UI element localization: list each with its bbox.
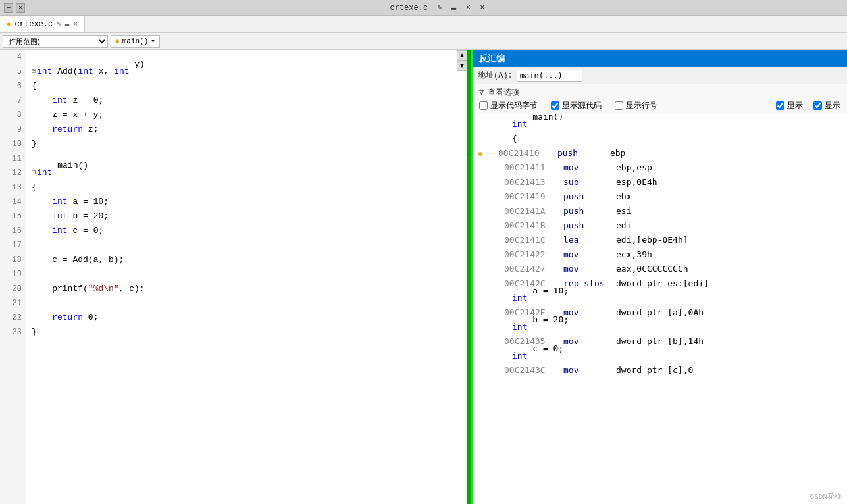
op-ebp: ebp	[610, 146, 625, 161]
show-linenum-checkbox[interactable]	[615, 101, 623, 110]
disasm-asm-00C2143C: 00C2143C mov dword ptr [c],0	[473, 363, 847, 378]
minimize-button[interactable]: —	[4, 3, 13, 13]
line-num-9: 9	[0, 122, 26, 137]
code-line-10: }	[32, 137, 471, 151]
kw-int-main: int	[37, 166, 52, 180]
line-num-7: 7	[0, 93, 26, 108]
mnem-mov2: mov	[563, 247, 616, 262]
addr-00C21422: 00C21422	[504, 247, 563, 262]
function-selector[interactable]: ◆ main() ▾	[111, 35, 160, 48]
option-show-right2: 显示	[813, 100, 840, 111]
file-icon: ●	[7, 20, 11, 28]
show-right1-checkbox[interactable]	[776, 101, 784, 110]
addr-00C21413: 00C21413	[504, 175, 563, 189]
show-bytes-checkbox[interactable]	[479, 101, 488, 110]
disasm-asm-00C2141B: 00C2141B push edi	[473, 218, 847, 233]
line-num-16: 16	[0, 224, 26, 238]
disasm-code[interactable]: int main() { ◆ ── 00C21410 push ebp 00C2…	[473, 114, 847, 504]
code-line-20: printf("%d\n", c);	[32, 282, 471, 296]
show-right2-label: 显示	[825, 100, 840, 111]
mnem-sub: sub	[563, 175, 616, 189]
line-num-10: 10	[0, 137, 26, 151]
line-num-18: 18	[0, 253, 26, 267]
line-num-19: 19	[0, 267, 26, 282]
disasm-asm-00C21419: 00C21419 push ebx	[473, 189, 847, 204]
collapse-icon2[interactable]: ⊟	[32, 166, 36, 180]
dash-line: ──	[485, 146, 496, 161]
line-num-6: 6	[0, 79, 26, 93]
disasm-asm-00C2141A: 00C2141A push esi	[473, 204, 847, 218]
kw-int2: int	[78, 64, 93, 79]
disasm-asm-00C21413: 00C21413 sub esp,0E4h	[473, 175, 847, 189]
disasm-options: ▽ 查看选项 显示代码字节 显示源代码 显示行号	[473, 84, 847, 114]
disasm-addr-input[interactable]	[517, 70, 582, 82]
addr-00C2141A: 00C2141A	[504, 204, 563, 218]
tab-crtexe[interactable]: ● crtexe.c ✎ ▬ ×	[0, 16, 85, 32]
mnem-mov5: mov	[563, 334, 616, 349]
tab-close-icon[interactable]: ✎	[57, 20, 61, 28]
triangle-icon: ▽	[479, 88, 484, 97]
scroll-up-arrow[interactable]: ▲	[457, 50, 467, 61]
function-name: main()	[122, 38, 149, 45]
mnem-push4: push	[563, 218, 616, 233]
addr-00C2141B: 00C2141B	[504, 218, 563, 233]
scroll-down-arrow[interactable]: ▼	[457, 61, 467, 71]
op-eaxcccc: eax,0CCCCCCCCh	[616, 262, 688, 276]
disasm-asm-00C21422: 00C21422 mov ecx,39h	[473, 247, 847, 262]
right-options: 显示 显示	[776, 100, 840, 111]
mnem-mov6: mov	[563, 363, 616, 378]
disasm-kw-int: int	[512, 117, 527, 132]
options-title[interactable]: ▽ 查看选项	[479, 87, 840, 98]
op-ebx: ebx	[616, 189, 631, 204]
line-num-20: 20	[0, 282, 26, 296]
kw-int3: int	[114, 64, 129, 79]
code-line-5: ⊟ int Add(int x, int y)	[32, 64, 471, 79]
disasm-kw-int3: int	[512, 320, 527, 334]
addr-00C21419: 00C21419	[504, 189, 563, 204]
show-right1-label: 显示	[787, 100, 803, 111]
tab-bar: ● crtexe.c ✎ ▬ ×	[0, 16, 847, 33]
code-line-16: int c = 0;	[32, 224, 471, 238]
scroll-arrows: ▲ ▼	[457, 50, 467, 71]
code-line-7: int z = 0;	[32, 93, 471, 108]
scope-select[interactable]: 作用范围)	[3, 35, 108, 48]
title-bar: — × crtexe.c ✎ ▬ × ×	[0, 0, 847, 16]
addr-00C2143C: 00C2143C	[504, 363, 563, 378]
op-a0ah: dword ptr [a],0Ah	[616, 305, 704, 320]
code-line-14: int a = 10;	[32, 195, 471, 209]
op-sub: esp,0E4h	[616, 175, 657, 189]
show-source-checkbox[interactable]	[551, 101, 559, 110]
line-num-11: 11	[0, 151, 26, 166]
addr-00C21427: 00C21427	[504, 262, 563, 276]
op-b14h: dword ptr [b],14h	[616, 334, 704, 349]
line-num-21: 21	[0, 296, 26, 311]
tab-x-icon[interactable]: ×	[73, 20, 78, 28]
code-line-8: z = x + y;	[32, 108, 471, 122]
title-bar-controls[interactable]: — ×	[4, 3, 25, 13]
show-linenum-label: 显示行号	[626, 100, 657, 111]
disasm-asm-00C21427: 00C21427 mov eax,0CCCCCCCCh	[473, 262, 847, 276]
close-button[interactable]: ×	[16, 3, 25, 13]
code-line-18: c = Add(a, b);	[32, 253, 471, 267]
collapse-icon[interactable]: ⊟	[32, 64, 36, 79]
line-num-15: 15	[0, 209, 26, 224]
show-right2-checkbox[interactable]	[813, 101, 822, 110]
code-line-6: {	[32, 79, 471, 93]
function-icon: ◆	[115, 37, 120, 45]
arrow-icon: ◆	[478, 146, 482, 161]
line-num-22: 22	[0, 311, 26, 325]
tab-pin-icon[interactable]: ▬	[65, 20, 70, 28]
disasm-kw-int4: int	[512, 349, 527, 363]
option-show-bytes: 显示代码字节	[479, 100, 538, 111]
code-line-19	[32, 267, 471, 282]
mnem-mov3: mov	[563, 262, 616, 276]
mnem-lea: lea	[563, 233, 616, 247]
disasm-src-intb: int b = 20;	[473, 320, 847, 334]
line-num-17: 17	[0, 238, 26, 253]
tab-label: crtexe.c	[15, 20, 53, 29]
show-source-label: 显示源代码	[562, 100, 602, 111]
chevron-down-icon[interactable]: ▾	[151, 37, 155, 45]
disasm-asm-00C21410: ◆ ── 00C21410 push ebp	[473, 146, 847, 161]
addr-00C21411: 00C21411	[504, 161, 563, 175]
line-num-5: 5	[0, 64, 26, 79]
